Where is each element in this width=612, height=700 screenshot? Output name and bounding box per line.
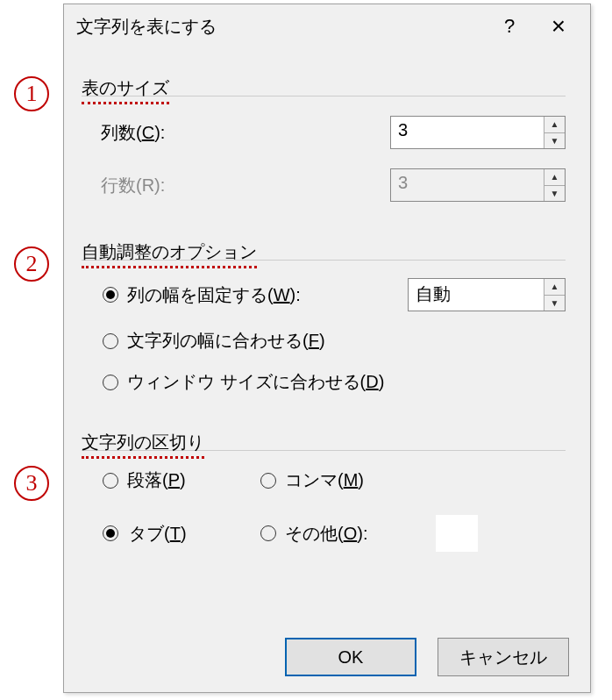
- radio-icon[interactable]: [260, 473, 276, 489]
- fixed-width-value[interactable]: 自動: [409, 279, 544, 311]
- columns-stepper[interactable]: ▲ ▼: [544, 117, 565, 148]
- radio-fit-window[interactable]: ウィンドウ サイズに合わせる(D): [103, 370, 566, 394]
- radio-icon[interactable]: [260, 525, 276, 541]
- rows-spinner: 3 ▲ ▼: [390, 168, 566, 202]
- radio-paragraph-label: 段落(P): [127, 468, 186, 492]
- section-autofit-title: 自動調整のオプション: [82, 233, 257, 268]
- radio-other[interactable]: その他(O):: [260, 522, 436, 546]
- annotation-3: 3: [14, 461, 49, 501]
- radio-comma[interactable]: コンマ(M): [260, 468, 436, 492]
- columns-value[interactable]: 3: [391, 117, 544, 148]
- titlebar: 文字列を表にする ? ×: [64, 4, 590, 48]
- radio-fit-contents[interactable]: 文字列の幅に合わせる(F): [103, 329, 566, 353]
- radio-fixed-width[interactable]: 列の幅を固定する(W): 自動 ▲ ▼: [103, 278, 566, 311]
- columns-label: 列数(C):: [101, 121, 390, 145]
- section-separator-title: 文字列の区切り: [82, 424, 204, 459]
- up-arrow-icon[interactable]: ▲: [544, 279, 565, 296]
- radio-window-label: ウィンドウ サイズに合わせる(D): [127, 370, 384, 394]
- row-rows: 行数(R): 3 ▲ ▼: [101, 168, 566, 202]
- radio-icon[interactable]: [103, 287, 118, 303]
- close-button[interactable]: ×: [534, 9, 583, 44]
- annotation-2: 2: [14, 242, 49, 282]
- down-arrow-icon: ▼: [544, 186, 565, 202]
- ok-button[interactable]: OK: [285, 638, 416, 676]
- down-arrow-icon[interactable]: ▼: [544, 296, 565, 311]
- rows-value: 3: [391, 169, 544, 201]
- radio-icon[interactable]: [103, 473, 118, 489]
- row-columns: 列数(C): 3 ▲ ▼: [101, 116, 566, 149]
- cancel-button[interactable]: キャンセル: [438, 638, 569, 676]
- rows-stepper: ▲ ▼: [544, 169, 565, 201]
- radio-fixed-label: 列の幅を固定する(W):: [127, 283, 399, 307]
- radio-icon[interactable]: [103, 375, 118, 390]
- annotation-1: 1: [14, 72, 49, 111]
- other-char-input[interactable]: [436, 515, 478, 552]
- down-arrow-icon[interactable]: ▼: [544, 133, 565, 149]
- up-arrow-icon: ▲: [544, 169, 565, 186]
- dialog-footer: OK キャンセル: [285, 638, 569, 676]
- fixed-width-spinner[interactable]: 自動 ▲ ▼: [408, 278, 566, 311]
- fixed-width-stepper[interactable]: ▲ ▼: [544, 279, 565, 311]
- radio-paragraph[interactable]: 段落(P): [103, 468, 260, 492]
- radio-tab-label: タブ(T): [127, 522, 189, 546]
- radio-tab[interactable]: タブ(T): [103, 522, 260, 546]
- dialog-title: 文字列を表にする: [76, 15, 485, 39]
- radio-fit-label: 文字列の幅に合わせる(F): [127, 329, 325, 353]
- up-arrow-icon[interactable]: ▲: [544, 117, 565, 133]
- help-button[interactable]: ?: [485, 9, 534, 44]
- dialog: 文字列を表にする ? × 表のサイズ 列数(C): 3 ▲ ▼ 行数(R):: [63, 4, 591, 693]
- radio-icon[interactable]: [103, 333, 118, 349]
- columns-spinner[interactable]: 3 ▲ ▼: [390, 116, 566, 149]
- radio-other-label: その他(O):: [285, 522, 367, 546]
- rows-label: 行数(R):: [101, 174, 390, 197]
- section-table-size-title: 表のサイズ: [82, 69, 169, 104]
- radio-comma-label: コンマ(M): [285, 468, 364, 492]
- radio-icon[interactable]: [103, 525, 118, 541]
